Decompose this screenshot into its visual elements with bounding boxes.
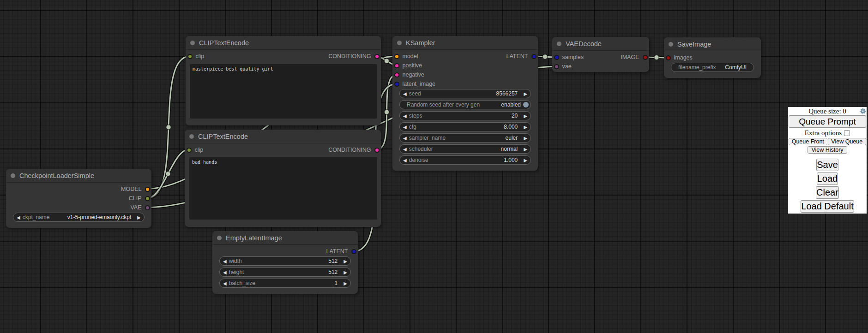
input-dot-samples[interactable] <box>554 55 559 60</box>
increment-arrow-icon[interactable]: ▶ <box>344 281 347 286</box>
widget-scheduler[interactable]: ◀ scheduler normal ▶ <box>399 144 531 154</box>
widget-filename-prefix[interactable]: filename_prefix ComfyUI <box>671 63 754 72</box>
widget-value: 512 <box>328 269 338 275</box>
output-slot-label: LATENT <box>506 53 528 59</box>
node-ksampler[interactable]: KSampler model LATENT positive <box>392 36 538 171</box>
input-dot-positive[interactable] <box>394 63 399 68</box>
output-dot-conditioning[interactable] <box>374 54 380 59</box>
widget-value: v1-5-pruned-emaonly.ckpt <box>67 214 132 220</box>
output-dot-latent[interactable] <box>531 54 536 59</box>
node-empty-latent-image[interactable]: EmptyLatentImage LATENT ◀ width 512 ▶ ◀ … <box>212 231 358 294</box>
decrement-arrow-icon[interactable]: ◀ <box>223 270 227 275</box>
increment-arrow-icon[interactable]: ▶ <box>344 270 347 275</box>
node-vae-decode[interactable]: VAEDecode samples IMAGE vae <box>552 37 649 72</box>
decrement-arrow-icon[interactable]: ◀ <box>223 259 227 264</box>
node-clip-text-encode-negative[interactable]: CLIPTextEncode clip CONDITIONING bad han… <box>185 130 381 227</box>
node-title-bar[interactable]: EmptyLatentImage <box>212 231 358 245</box>
output-slot-label: CONDITIONING <box>328 53 371 59</box>
decrement-arrow-icon[interactable]: ◀ <box>403 91 407 96</box>
extra-options-checkbox[interactable] <box>844 130 850 136</box>
decrement-arrow-icon[interactable]: ◀ <box>403 136 407 141</box>
widget-batch-size[interactable]: ◀ batch_size 1 ▶ <box>219 279 351 288</box>
output-slot-latent[interactable]: LATENT <box>326 248 358 255</box>
widget-width[interactable]: ◀ width 512 ▶ <box>219 256 351 266</box>
queue-prompt-button[interactable]: Queue Prompt <box>789 115 866 128</box>
load-button[interactable]: Load <box>817 172 838 185</box>
output-dot-model[interactable] <box>145 187 150 192</box>
graph-canvas[interactable]: CheckpointLoaderSimple MODEL CLIP VAE <box>0 0 868 333</box>
widget-cfg[interactable]: ◀ cfg 8.000 ▶ <box>399 122 531 131</box>
input-dot-vae[interactable] <box>554 64 559 69</box>
output-slot-image[interactable]: IMAGE <box>621 54 649 60</box>
input-dot-model[interactable] <box>394 54 399 59</box>
widget-height[interactable]: ◀ height 512 ▶ <box>219 268 351 277</box>
output-dot-image[interactable] <box>643 55 648 60</box>
node-title-bar[interactable]: CLIPTextEncode <box>186 36 381 50</box>
increment-arrow-icon[interactable]: ▶ <box>524 125 527 130</box>
input-slot-latent-image[interactable]: latent_image <box>392 81 435 87</box>
input-dot-images[interactable] <box>666 55 671 60</box>
load-default-button[interactable]: Load Default <box>801 200 854 213</box>
input-dot-latent-image[interactable] <box>394 82 399 87</box>
input-slot-samples[interactable]: samples <box>552 54 584 60</box>
output-slot-label: CONDITIONING <box>328 147 371 153</box>
input-dot-clip[interactable] <box>187 148 192 153</box>
queue-front-button[interactable]: Queue Front <box>789 138 827 145</box>
node-title-bar[interactable]: VAEDecode <box>552 37 649 51</box>
output-dot-clip[interactable] <box>145 196 150 201</box>
output-dot-latent[interactable] <box>351 249 356 254</box>
output-slot-conditioning[interactable]: CONDITIONING <box>328 53 381 59</box>
save-button[interactable]: Save <box>816 159 838 171</box>
output-slot-conditioning[interactable]: CONDITIONING <box>328 147 381 153</box>
node-title-bar[interactable]: CLIPTextEncode <box>185 130 381 143</box>
decrement-arrow-icon[interactable]: ◀ <box>223 281 227 286</box>
increment-arrow-icon[interactable]: ▶ <box>524 113 527 119</box>
input-dot-negative[interactable] <box>394 72 399 77</box>
node-title-bar[interactable]: KSampler <box>392 36 538 50</box>
increment-arrow-icon[interactable]: ▶ <box>137 215 141 220</box>
widget-sampler-name[interactable]: ◀ sampler_name euler ▶ <box>399 133 531 143</box>
node-checkpoint-loader[interactable]: CheckpointLoaderSimple MODEL CLIP VAE <box>6 169 151 228</box>
input-dot-clip[interactable] <box>187 54 193 59</box>
settings-gear-icon[interactable] <box>860 108 866 114</box>
positive-prompt-textarea[interactable]: masterpiece best quality girl <box>190 64 377 119</box>
widget-random-seed-toggle[interactable]: Random seed after every gen enabled <box>399 100 531 109</box>
input-slot-positive[interactable]: positive <box>392 62 422 69</box>
view-history-button[interactable]: View History <box>808 146 847 154</box>
input-slot-images[interactable]: images <box>664 54 693 61</box>
input-slot-clip[interactable]: clip <box>185 147 203 153</box>
node-title-bar[interactable]: CheckpointLoaderSimple <box>6 169 151 183</box>
widget-ckpt-name[interactable]: ◀ ckpt_name v1-5-pruned-emaonly.ckpt ▶ <box>13 213 145 222</box>
input-slot-model[interactable]: model <box>392 53 418 59</box>
widget-value: 20 <box>512 113 518 119</box>
widget-seed[interactable]: ◀ seed 8566257 ▶ <box>399 89 531 98</box>
node-clip-text-encode-positive[interactable]: CLIPTextEncode clip CONDITIONING masterp… <box>186 36 381 125</box>
increment-arrow-icon[interactable]: ▶ <box>524 91 527 96</box>
node-save-image[interactable]: SaveImage images filename_prefix ComfyUI <box>664 37 761 78</box>
node-title-bar[interactable]: SaveImage <box>664 37 761 51</box>
decrement-arrow-icon[interactable]: ◀ <box>403 125 407 130</box>
widget-steps[interactable]: ◀ steps 20 ▶ <box>399 111 531 120</box>
decrement-arrow-icon[interactable]: ◀ <box>403 113 407 119</box>
view-queue-button[interactable]: View Queue <box>828 138 867 145</box>
output-dot-conditioning[interactable] <box>374 148 380 153</box>
widget-denoise[interactable]: ◀ denoise 1.000 ▶ <box>399 155 531 165</box>
output-slot-model[interactable]: MODEL <box>121 186 151 192</box>
decrement-arrow-icon[interactable]: ◀ <box>403 147 407 152</box>
increment-arrow-icon[interactable]: ▶ <box>344 259 347 264</box>
input-slot-vae[interactable]: vae <box>552 63 572 70</box>
increment-arrow-icon[interactable]: ▶ <box>524 158 527 163</box>
toggle-dot-icon[interactable] <box>523 102 529 107</box>
output-dot-vae[interactable] <box>145 205 150 210</box>
decrement-arrow-icon[interactable]: ◀ <box>403 158 407 163</box>
negative-prompt-textarea[interactable]: bad hands <box>189 157 377 220</box>
input-slot-negative[interactable]: negative <box>392 71 424 78</box>
increment-arrow-icon[interactable]: ▶ <box>524 147 527 152</box>
clear-button[interactable]: Clear <box>816 186 839 199</box>
increment-arrow-icon[interactable]: ▶ <box>524 136 527 141</box>
decrement-arrow-icon[interactable]: ◀ <box>17 215 20 220</box>
output-slot-latent[interactable]: LATENT <box>506 53 538 59</box>
input-slot-clip[interactable]: clip <box>186 53 204 59</box>
output-slot-clip[interactable]: CLIP <box>129 195 151 202</box>
output-slot-vae[interactable]: VAE <box>130 204 151 211</box>
